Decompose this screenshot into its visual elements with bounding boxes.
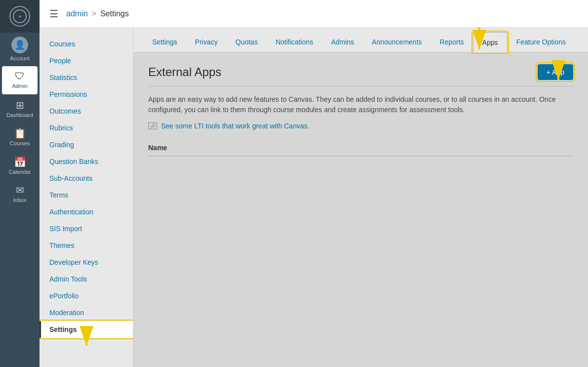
- sidebar-link-statistics[interactable]: Statistics: [40, 69, 133, 86]
- nav-label-calendar: Calendar: [9, 169, 31, 175]
- sidebar: Courses People Statistics Permissions Ou…: [40, 28, 133, 367]
- tab-privacy[interactable]: Privacy: [186, 32, 227, 52]
- hamburger-button[interactable]: ☰: [49, 8, 58, 20]
- nav-label-courses: Courses: [10, 140, 30, 147]
- sidebar-link-sub-accounts[interactable]: Sub-Accounts: [40, 170, 133, 187]
- tab-quotas[interactable]: Quotas: [227, 32, 267, 52]
- main-area: ☰ admin > Settings Courses People Statis…: [40, 0, 588, 367]
- panel-header: External Apps + App: [148, 64, 573, 86]
- lti-link-icon: 🔗: [148, 122, 157, 129]
- dashboard-icon: ⊞: [16, 100, 24, 110]
- nav-label-admin: Admin: [12, 83, 27, 89]
- nav-item-courses[interactable]: 📋 Courses: [0, 123, 40, 152]
- main-panel: External Apps + App Apps are an easy way…: [133, 52, 588, 168]
- sidebar-link-outcomes[interactable]: Outcomes: [40, 103, 133, 120]
- nav-item-calendar[interactable]: 📅 Calendar: [0, 152, 40, 180]
- nav-label-account: Account: [10, 55, 30, 61]
- tab-feature-options[interactable]: Feature Options: [507, 32, 575, 52]
- nav-item-dashboard[interactable]: ⊞ Dashboard: [0, 95, 40, 123]
- sidebar-link-sis-import[interactable]: SIS Import: [40, 220, 133, 237]
- page-title: External Apps: [148, 65, 221, 79]
- nav-item-admin[interactable]: 🛡 Admin: [2, 66, 38, 94]
- nav-item-inbox[interactable]: ✉ Inbox: [0, 180, 40, 208]
- breadcrumb-admin-link[interactable]: admin: [66, 9, 88, 18]
- sidebar-link-admin-tools[interactable]: Admin Tools: [40, 271, 133, 287]
- tab-apps[interactable]: Apps: [473, 32, 507, 52]
- sidebar-link-permissions[interactable]: Permissions: [40, 86, 133, 103]
- sidebar-link-developer-keys[interactable]: Developer Keys: [40, 254, 133, 271]
- admin-icon: 🛡: [15, 71, 25, 81]
- tab-bar: Settings Privacy Quotas Notifications Ad…: [133, 28, 588, 52]
- sidebar-link-moderation[interactable]: Moderation: [40, 304, 133, 321]
- top-bar: ☰ admin > Settings: [40, 0, 588, 28]
- avatar: 👤: [11, 37, 28, 53]
- tab-notifications[interactable]: Notifications: [267, 32, 322, 52]
- sidebar-link-courses[interactable]: Courses: [40, 36, 133, 52]
- nav-label-inbox: Inbox: [13, 197, 27, 204]
- nav-item-account[interactable]: 👤 Account: [0, 33, 40, 65]
- page-content: Settings Privacy Quotas Notifications Ad…: [133, 28, 588, 367]
- lti-link-row: 🔗 See some LTI tools that work great wit…: [148, 122, 573, 130]
- sidebar-link-question-banks[interactable]: Question Banks: [40, 153, 133, 170]
- sidebar-link-rubrics[interactable]: Rubrics: [40, 120, 133, 136]
- sidebar-link-themes[interactable]: Themes: [40, 237, 133, 254]
- lti-link[interactable]: See some LTI tools that work great with …: [161, 122, 309, 130]
- logo-circle: ✦: [9, 6, 30, 27]
- tab-announcements[interactable]: Announcements: [363, 32, 431, 52]
- table-header-name: Name: [148, 140, 573, 156]
- sidebar-link-settings[interactable]: Settings: [40, 321, 133, 338]
- breadcrumb-current: Settings: [100, 9, 129, 18]
- sidebar-link-authentication[interactable]: Authentication: [40, 204, 133, 220]
- panel-description: Apps are an easy way to add new features…: [148, 94, 573, 115]
- tab-settings[interactable]: Settings: [143, 32, 186, 52]
- breadcrumb: admin > Settings: [66, 9, 129, 18]
- sidebar-link-terms[interactable]: Terms: [40, 187, 133, 204]
- courses-icon: 📋: [14, 128, 26, 138]
- inbox-icon: ✉: [16, 185, 24, 195]
- breadcrumb-separator: >: [92, 9, 96, 18]
- add-app-button[interactable]: + App: [538, 64, 573, 80]
- sidebar-link-people[interactable]: People: [40, 52, 133, 69]
- nav-rail: ✦ 👤 Account 🛡 Admin ⊞ Dashboard 📋 Course…: [0, 0, 40, 367]
- calendar-icon: 📅: [14, 157, 26, 167]
- sidebar-link-grading[interactable]: Grading: [40, 136, 133, 153]
- apps-table: Name: [148, 140, 573, 156]
- content-wrapper: Courses People Statistics Permissions Ou…: [40, 28, 588, 367]
- sidebar-link-eportfolio[interactable]: ePortfolio: [40, 287, 133, 304]
- nav-label-dashboard: Dashboard: [6, 112, 33, 119]
- tab-admins[interactable]: Admins: [322, 32, 363, 52]
- tab-reports[interactable]: Reports: [431, 32, 473, 52]
- logo: ✦: [0, 0, 40, 33]
